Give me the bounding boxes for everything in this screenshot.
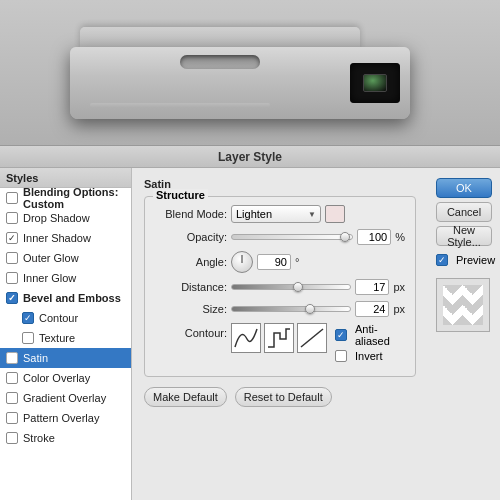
angle-unit: ° xyxy=(295,256,299,268)
ok-button[interactable]: OK xyxy=(436,178,492,198)
checkbox-pattern-overlay[interactable] xyxy=(6,412,18,424)
checkbox-invert[interactable] xyxy=(335,350,347,362)
styles-item-bevel-emboss[interactable]: Bevel and Emboss xyxy=(0,288,131,308)
styles-item-drop-shadow[interactable]: Drop Shadow xyxy=(0,208,131,228)
size-value[interactable]: 24 xyxy=(355,301,389,317)
anti-aliased-option[interactable]: Anti-aliased xyxy=(335,323,405,347)
opacity-row: Opacity: 100 % xyxy=(155,229,405,245)
styles-panel: Styles Blending Options: Custom Drop Sha… xyxy=(0,168,132,500)
invert-option[interactable]: Invert xyxy=(335,350,405,362)
checkbox-contour[interactable] xyxy=(22,312,34,324)
contour-thumb-2[interactable] xyxy=(264,323,294,353)
blend-mode-row: Blend Mode: Lighten ▼ xyxy=(155,205,405,223)
reset-to-default-button[interactable]: Reset to Default xyxy=(235,387,332,407)
checkbox-color-overlay[interactable] xyxy=(6,372,18,384)
angle-needle xyxy=(242,255,243,263)
distance-unit: px xyxy=(393,281,405,293)
distance-row: Distance: 17 px xyxy=(155,279,405,295)
contour-thumb-1[interactable] xyxy=(231,323,261,353)
preview-row: Preview xyxy=(436,254,492,266)
blend-mode-select[interactable]: Lighten ▼ xyxy=(231,205,321,223)
contour-label: Contour: xyxy=(155,327,227,339)
size-row: Size: 24 px xyxy=(155,301,405,317)
styles-item-texture[interactable]: Texture xyxy=(0,328,131,348)
angle-value[interactable]: 90 xyxy=(257,254,291,270)
checkbox-inner-shadow[interactable] xyxy=(6,232,18,244)
checkbox-anti-aliased[interactable] xyxy=(335,329,347,341)
checkbox-blending[interactable] xyxy=(6,192,18,204)
make-default-button[interactable]: Make Default xyxy=(144,387,227,407)
checkbox-gradient-overlay[interactable] xyxy=(6,392,18,404)
checkbox-preview[interactable] xyxy=(436,254,448,266)
preview-swatch xyxy=(436,278,490,332)
checkbox-stroke[interactable] xyxy=(6,432,18,444)
opacity-label: Opacity: xyxy=(155,231,227,243)
angle-label: Angle: xyxy=(155,256,227,268)
distance-label: Distance: xyxy=(155,281,227,293)
blend-mode-label: Blend Mode: xyxy=(155,208,227,220)
styles-header: Styles xyxy=(0,168,131,188)
styles-item-inner-shadow[interactable]: Inner Shadow xyxy=(0,228,131,248)
contour-row: Contour: xyxy=(155,323,405,362)
blend-color-swatch[interactable] xyxy=(325,205,345,223)
color-overlay-label: Color Overlay xyxy=(23,372,90,384)
new-style-button[interactable]: New Style... xyxy=(436,226,492,246)
opacity-value[interactable]: 100 xyxy=(357,229,391,245)
blend-select-arrow: ▼ xyxy=(308,210,316,219)
preview-swatch-inner xyxy=(443,285,483,325)
checkbox-inner-glow[interactable] xyxy=(6,272,18,284)
checkbox-drop-shadow[interactable] xyxy=(6,212,18,224)
size-label: Size: xyxy=(155,303,227,315)
preview-area xyxy=(0,0,500,145)
layer-style-dialog: Layer Style Styles Blending Options: Cus… xyxy=(0,145,500,500)
buttons-panel: OK Cancel New Style... Preview xyxy=(428,168,500,500)
styles-item-contour[interactable]: Contour xyxy=(0,308,131,328)
styles-item-satin[interactable]: Satin xyxy=(0,348,131,368)
dialog-titlebar: Layer Style xyxy=(0,146,500,168)
preview-label: Preview xyxy=(456,254,495,266)
cancel-button[interactable]: Cancel xyxy=(436,202,492,222)
checkbox-satin[interactable] xyxy=(6,352,18,364)
opacity-unit: % xyxy=(395,231,405,243)
bottom-buttons: Make Default Reset to Default xyxy=(144,387,416,407)
checkbox-bevel-emboss[interactable] xyxy=(6,292,18,304)
size-unit: px xyxy=(393,303,405,315)
opacity-slider[interactable] xyxy=(231,234,353,240)
structure-label: Structure xyxy=(153,189,208,201)
size-slider[interactable] xyxy=(231,306,351,312)
styles-item-outer-glow[interactable]: Outer Glow xyxy=(0,248,131,268)
styles-item-inner-glow[interactable]: Inner Glow xyxy=(0,268,131,288)
dialog-title: Layer Style xyxy=(218,150,282,164)
angle-dial[interactable] xyxy=(231,251,253,273)
contour-thumb-3[interactable] xyxy=(297,323,327,353)
checkbox-outer-glow[interactable] xyxy=(6,252,18,264)
checkbox-texture[interactable] xyxy=(22,332,34,344)
main-content: Satin Structure Blend Mode: Lighten ▼ Op… xyxy=(132,168,428,500)
styles-item-pattern-overlay[interactable]: Pattern Overlay xyxy=(0,408,131,428)
styles-item-blending[interactable]: Blending Options: Custom xyxy=(0,188,131,208)
distance-value[interactable]: 17 xyxy=(355,279,389,295)
styles-item-color-overlay[interactable]: Color Overlay xyxy=(0,368,131,388)
angle-row: Angle: 90 ° xyxy=(155,251,405,273)
distance-slider[interactable] xyxy=(231,284,351,290)
styles-item-stroke[interactable]: Stroke xyxy=(0,428,131,448)
styles-item-gradient-overlay[interactable]: Gradient Overlay xyxy=(0,388,131,408)
